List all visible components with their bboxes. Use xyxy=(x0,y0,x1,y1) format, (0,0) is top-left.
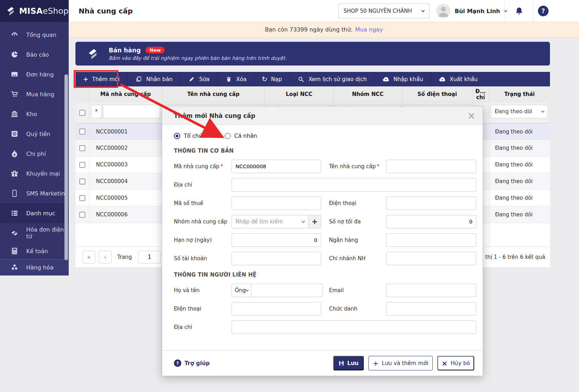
sidebar-item-quy-tien[interactable]: Quỹ tiền xyxy=(0,124,69,144)
column-header-code[interactable]: Mã nhà cung cấp xyxy=(89,86,162,103)
first-page-button[interactable]: « xyxy=(83,251,95,263)
row-checkbox[interactable] xyxy=(79,178,85,184)
close-icon[interactable]: × xyxy=(467,111,476,121)
sidebar-scrollbar[interactable] xyxy=(64,74,68,260)
cancel-button[interactable]: × Hủy bỏ xyxy=(437,356,474,370)
cart-icon xyxy=(11,90,18,98)
position-input[interactable] xyxy=(386,302,476,316)
supplier-name-input[interactable] xyxy=(386,160,476,173)
title-select[interactable]: Ông xyxy=(232,284,251,297)
email-input[interactable] xyxy=(386,284,476,297)
status-filter-select[interactable]: Đang theo dõi xyxy=(491,105,548,118)
button-label: Nhân bản xyxy=(146,76,173,83)
buy-now-link[interactable]: Mua ngay xyxy=(355,26,383,33)
user-name: Bùi Mạnh Linh xyxy=(455,8,500,15)
field-label: Mã số thuế xyxy=(174,197,232,210)
field-label: Hạn nợ (ngày) xyxy=(174,233,232,247)
sidebar-item-mua-hang[interactable]: Mua hàng xyxy=(0,84,69,104)
row-checkbox[interactable] xyxy=(79,195,85,201)
promo-banner[interactable]: Bán hàng New Bấm vào đây để trải nghiệm … xyxy=(75,42,550,66)
sidebar-item-label: Danh mục xyxy=(26,210,55,217)
field-label: Mã nhà cung cấp* xyxy=(174,160,232,173)
add-group-button[interactable]: + xyxy=(308,215,321,228)
button-label: Xuất khẩu xyxy=(450,76,478,83)
bank-branch-input[interactable] xyxy=(386,252,476,265)
delete-button[interactable]: Xóa xyxy=(217,72,254,86)
help-link[interactable]: ? Trợ giúp xyxy=(174,359,210,367)
header-divider xyxy=(533,0,533,22)
row-checkbox[interactable] xyxy=(79,212,85,218)
sidebar-item-danh-muc[interactable]: Danh mục xyxy=(0,203,69,223)
close-icon: × xyxy=(442,360,448,367)
filter-operator[interactable]: * xyxy=(91,105,102,118)
sidebar-item-ke-toan[interactable]: Kế toán xyxy=(0,243,69,259)
add-new-button[interactable]: + Thêm mới xyxy=(75,72,127,86)
button-label: Lưu và thêm mới xyxy=(382,360,428,367)
sidebar-item-sms-marketing[interactable]: SMS Marketing xyxy=(0,183,69,203)
misa-logo-icon xyxy=(86,47,100,61)
sidebar-item-label: SMS Marketing xyxy=(26,190,68,197)
help-label: Trợ giúp xyxy=(185,360,210,367)
chevron-down-icon xyxy=(302,219,305,223)
row-checkbox[interactable] xyxy=(79,162,85,168)
column-header-name[interactable]: Tên nhà cung cấp xyxy=(162,86,265,103)
field-label: Email xyxy=(329,284,386,297)
column-header-address[interactable]: Đ... chỉ xyxy=(472,86,489,103)
bank-input[interactable] xyxy=(386,233,476,247)
max-debt-input[interactable] xyxy=(386,215,476,228)
contact-name-input[interactable] xyxy=(251,284,323,297)
supplier-code-input[interactable] xyxy=(232,160,321,173)
results-count: thị 1 - 6 trên 6 kết quả xyxy=(485,254,545,260)
debt-term-input[interactable] xyxy=(232,233,321,247)
sidebar-item-chi-phi[interactable]: $ Chi phí xyxy=(0,144,69,164)
user-menu[interactable]: Bùi Mạnh Linh xyxy=(436,4,507,18)
sidebar-item-hoa-don-dien-tu[interactable]: Hóa đơn điện tử xyxy=(0,223,69,243)
sidebar-item-don-hang[interactable]: Đơn hàng xyxy=(0,64,69,84)
page-number-input[interactable] xyxy=(138,251,161,263)
address-input[interactable] xyxy=(232,178,476,192)
contact-phone-input[interactable] xyxy=(232,302,321,316)
sidebar-item-tong-quan[interactable]: Tổng quan xyxy=(0,25,69,45)
sidebar-item-kho[interactable]: Kho xyxy=(0,104,69,124)
column-header-status[interactable]: Trạng thái xyxy=(489,86,550,103)
notifications-button[interactable] xyxy=(513,5,525,17)
save-and-new-button[interactable]: + Lưu và thêm mới xyxy=(368,356,433,370)
floppy-icon xyxy=(339,360,344,366)
filter-code-input[interactable] xyxy=(103,105,160,118)
sidebar-item-khuyen-mai[interactable]: Khuyến mại xyxy=(0,164,69,183)
promo-text: Bán hàng New Bấm vào đây để trải nghiệm … xyxy=(109,47,286,61)
button-label: Lưu xyxy=(347,360,359,367)
modal-title: Thêm mới Nhà cung cấp xyxy=(174,112,255,119)
duplicate-button[interactable]: Nhân bản xyxy=(127,72,180,86)
edit-button[interactable]: Sửa xyxy=(180,72,217,86)
add-supplier-modal: Thêm mới Nhà cung cấp × Tổ chức Cá nhân … xyxy=(162,106,483,376)
radio-organization[interactable]: Tổ chức xyxy=(174,133,205,139)
column-header-group[interactable]: Nhóm NCC xyxy=(334,86,402,103)
refresh-icon: ↻ xyxy=(262,76,267,83)
column-header-type[interactable]: Loại NCC xyxy=(265,86,334,103)
row-checkbox[interactable] xyxy=(79,129,85,135)
export-button[interactable]: Xuất khẩu xyxy=(431,72,485,86)
select-all-checkbox[interactable] xyxy=(79,110,85,116)
phone-input[interactable] xyxy=(386,197,476,210)
promo-subtitle: Bấm vào đây để trải nghiệm ngay phiên bả… xyxy=(109,55,286,61)
sidebar-item-bao-cao[interactable]: Báo cáo xyxy=(0,45,69,64)
radio-individual[interactable]: Cá nhân xyxy=(225,133,257,139)
contact-address-input[interactable] xyxy=(232,320,476,334)
row-checkbox[interactable] xyxy=(79,145,85,151)
tax-code-input[interactable] xyxy=(232,197,321,210)
reload-button[interactable]: ↻ Nạp xyxy=(254,72,289,86)
import-button[interactable]: Nhập khẩu xyxy=(374,72,431,86)
column-header-phone[interactable]: Số điện thoại xyxy=(402,86,472,103)
account-number-input[interactable] xyxy=(232,252,321,265)
transaction-history-button[interactable]: Xem lịch sử giao dịch xyxy=(289,72,374,86)
save-button[interactable]: Lưu xyxy=(333,356,364,370)
help-button[interactable]: ? xyxy=(538,6,549,16)
sidebar-item-hang-hoa[interactable]: Hàng hóa xyxy=(0,259,69,275)
prev-page-button[interactable]: ‹ xyxy=(99,251,112,263)
warehouse-icon xyxy=(11,110,18,118)
brand-logo[interactable]: MISAeShop xyxy=(0,0,69,22)
supplier-group-select[interactable]: Nhập để tìm kiếm xyxy=(232,215,308,228)
avatar xyxy=(436,4,450,18)
shop-selector[interactable]: SHOP 50 NGUYÊN CHÁNH xyxy=(338,4,430,18)
